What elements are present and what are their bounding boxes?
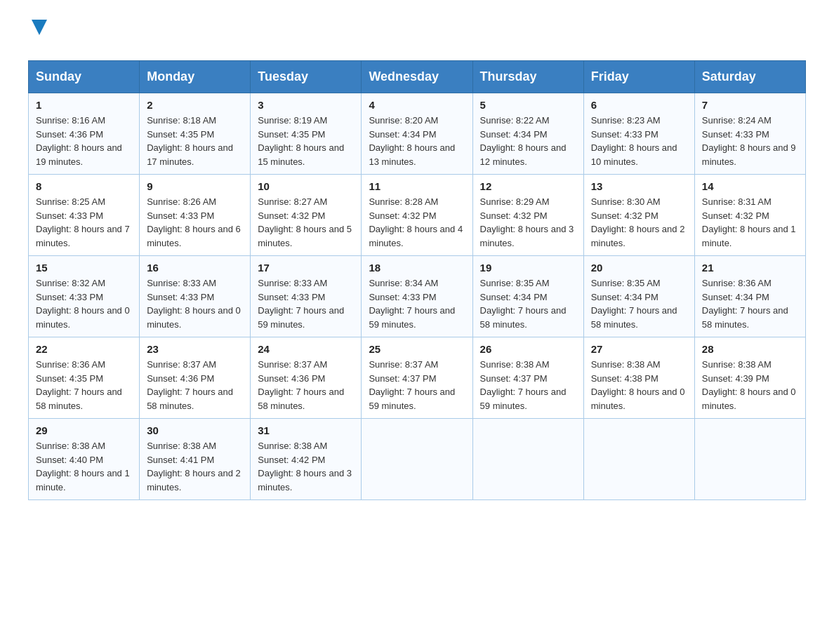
day-info: Sunrise: 8:38 AM Sunset: 4:42 PM Dayligh… [258,439,354,494]
day-info: Sunrise: 8:25 AM Sunset: 4:33 PM Dayligh… [36,195,132,250]
day-info: Sunrise: 8:34 AM Sunset: 4:33 PM Dayligh… [369,276,465,331]
calendar-cell: 26 Sunrise: 8:38 AM Sunset: 4:37 PM Dayl… [472,337,583,419]
calendar-cell: 3 Sunrise: 8:19 AM Sunset: 4:35 PM Dayli… [251,93,362,175]
day-info: Sunrise: 8:37 AM Sunset: 4:36 PM Dayligh… [258,358,354,412]
day-number: 20 [591,262,687,274]
day-info: Sunrise: 8:32 AM Sunset: 4:33 PM Dayligh… [36,276,132,331]
day-info: Sunrise: 8:38 AM Sunset: 4:38 PM Dayligh… [591,358,687,412]
calendar-cell [362,419,472,500]
calendar-cell: 22 Sunrise: 8:36 AM Sunset: 4:35 PM Dayl… [29,337,140,419]
day-number: 13 [591,180,687,192]
calendar-cell: 2 Sunrise: 8:18 AM Sunset: 4:35 PM Dayli… [140,93,251,175]
calendar-cell: 17 Sunrise: 8:33 AM Sunset: 4:33 PM Dayl… [251,256,362,337]
day-number: 4 [369,99,465,111]
day-number: 16 [147,262,243,274]
calendar-cell: 18 Sunrise: 8:34 AM Sunset: 4:33 PM Dayl… [362,256,472,337]
calendar-week-row: 29 Sunrise: 8:38 AM Sunset: 4:40 PM Dayl… [29,419,806,500]
calendar-cell: 6 Sunrise: 8:23 AM Sunset: 4:33 PM Dayli… [583,93,694,175]
day-number: 5 [480,99,576,111]
calendar-cell: 20 Sunrise: 8:35 AM Sunset: 4:34 PM Dayl… [583,256,694,337]
day-number: 27 [591,343,687,355]
calendar-cell [694,419,805,500]
day-number: 6 [591,99,687,111]
weekday-header-wednesday: Wednesday [362,61,472,93]
day-number: 30 [147,424,243,436]
day-number: 28 [702,343,798,355]
calendar-cell: 16 Sunrise: 8:33 AM Sunset: 4:33 PM Dayl… [140,256,251,337]
day-number: 8 [36,180,132,192]
calendar-cell [472,419,583,500]
day-number: 25 [369,343,465,355]
day-number: 11 [369,180,465,192]
calendar-cell: 12 Sunrise: 8:29 AM Sunset: 4:32 PM Dayl… [472,175,583,256]
calendar-cell: 15 Sunrise: 8:32 AM Sunset: 4:33 PM Dayl… [29,256,140,337]
calendar-cell: 27 Sunrise: 8:38 AM Sunset: 4:38 PM Dayl… [583,337,694,419]
calendar-week-row: 1 Sunrise: 8:16 AM Sunset: 4:36 PM Dayli… [29,93,806,175]
day-info: Sunrise: 8:31 AM Sunset: 4:32 PM Dayligh… [702,195,798,250]
day-number: 21 [702,262,798,274]
day-info: Sunrise: 8:29 AM Sunset: 4:32 PM Dayligh… [480,195,576,250]
day-info: Sunrise: 8:37 AM Sunset: 4:36 PM Dayligh… [147,358,243,412]
day-info: Sunrise: 8:24 AM Sunset: 4:33 PM Dayligh… [702,114,798,168]
weekday-header-monday: Monday [140,61,251,93]
day-info: Sunrise: 8:38 AM Sunset: 4:40 PM Dayligh… [36,439,132,494]
weekday-header-thursday: Thursday [472,61,583,93]
calendar-cell: 29 Sunrise: 8:38 AM Sunset: 4:40 PM Dayl… [29,419,140,500]
day-info: Sunrise: 8:27 AM Sunset: 4:32 PM Dayligh… [258,195,354,250]
day-info: Sunrise: 8:37 AM Sunset: 4:37 PM Dayligh… [369,358,465,412]
svg-marker-0 [32,20,47,35]
day-info: Sunrise: 8:26 AM Sunset: 4:33 PM Dayligh… [147,195,243,250]
calendar-cell: 25 Sunrise: 8:37 AM Sunset: 4:37 PM Dayl… [362,337,472,419]
day-info: Sunrise: 8:38 AM Sunset: 4:41 PM Dayligh… [147,439,243,494]
calendar-cell [583,419,694,500]
day-number: 31 [258,424,354,436]
day-number: 19 [480,262,576,274]
calendar-cell: 10 Sunrise: 8:27 AM Sunset: 4:32 PM Dayl… [251,175,362,256]
calendar-cell: 8 Sunrise: 8:25 AM Sunset: 4:33 PM Dayli… [29,175,140,256]
day-number: 15 [36,262,132,274]
calendar-week-row: 15 Sunrise: 8:32 AM Sunset: 4:33 PM Dayl… [29,256,806,337]
day-info: Sunrise: 8:28 AM Sunset: 4:32 PM Dayligh… [369,195,465,250]
day-number: 7 [702,99,798,111]
day-info: Sunrise: 8:36 AM Sunset: 4:35 PM Dayligh… [36,358,132,412]
day-info: Sunrise: 8:23 AM Sunset: 4:33 PM Dayligh… [591,114,687,168]
calendar-cell: 19 Sunrise: 8:35 AM Sunset: 4:34 PM Dayl… [472,256,583,337]
day-info: Sunrise: 8:38 AM Sunset: 4:39 PM Dayligh… [702,358,798,412]
day-number: 17 [258,262,354,274]
day-info: Sunrise: 8:30 AM Sunset: 4:32 PM Dayligh… [591,195,687,250]
day-info: Sunrise: 8:35 AM Sunset: 4:34 PM Dayligh… [480,276,576,331]
day-info: Sunrise: 8:20 AM Sunset: 4:34 PM Dayligh… [369,114,465,168]
day-info: Sunrise: 8:38 AM Sunset: 4:37 PM Dayligh… [480,358,576,412]
day-number: 26 [480,343,576,355]
page-header [28,21,806,39]
day-info: Sunrise: 8:16 AM Sunset: 4:36 PM Dayligh… [36,114,132,168]
day-number: 23 [147,343,243,355]
day-number: 18 [369,262,465,274]
day-info: Sunrise: 8:33 AM Sunset: 4:33 PM Dayligh… [147,276,243,331]
day-info: Sunrise: 8:33 AM Sunset: 4:33 PM Dayligh… [258,276,354,331]
calendar-cell: 5 Sunrise: 8:22 AM Sunset: 4:34 PM Dayli… [472,93,583,175]
calendar-cell: 30 Sunrise: 8:38 AM Sunset: 4:41 PM Dayl… [140,419,251,500]
calendar-table: SundayMondayTuesdayWednesdayThursdayFrid… [28,60,806,500]
calendar-cell: 11 Sunrise: 8:28 AM Sunset: 4:32 PM Dayl… [362,175,472,256]
day-info: Sunrise: 8:22 AM Sunset: 4:34 PM Dayligh… [480,114,576,168]
day-number: 29 [36,424,132,436]
day-number: 1 [36,99,132,111]
calendar-cell: 4 Sunrise: 8:20 AM Sunset: 4:34 PM Dayli… [362,93,472,175]
weekday-header-tuesday: Tuesday [251,61,362,93]
day-info: Sunrise: 8:19 AM Sunset: 4:35 PM Dayligh… [258,114,354,168]
day-number: 10 [258,180,354,192]
day-number: 22 [36,343,132,355]
calendar-cell: 7 Sunrise: 8:24 AM Sunset: 4:33 PM Dayli… [694,93,805,175]
calendar-cell: 13 Sunrise: 8:30 AM Sunset: 4:32 PM Dayl… [583,175,694,256]
calendar-cell: 28 Sunrise: 8:38 AM Sunset: 4:39 PM Dayl… [694,337,805,419]
weekday-header-friday: Friday [583,61,694,93]
calendar-cell: 9 Sunrise: 8:26 AM Sunset: 4:33 PM Dayli… [140,175,251,256]
calendar-cell: 1 Sunrise: 8:16 AM Sunset: 4:36 PM Dayli… [29,93,140,175]
weekday-header-sunday: Sunday [29,61,140,93]
day-info: Sunrise: 8:35 AM Sunset: 4:34 PM Dayligh… [591,276,687,331]
weekday-header-saturday: Saturday [694,61,805,93]
calendar-week-row: 22 Sunrise: 8:36 AM Sunset: 4:35 PM Dayl… [29,337,806,419]
day-number: 12 [480,180,576,192]
logo [28,21,47,39]
